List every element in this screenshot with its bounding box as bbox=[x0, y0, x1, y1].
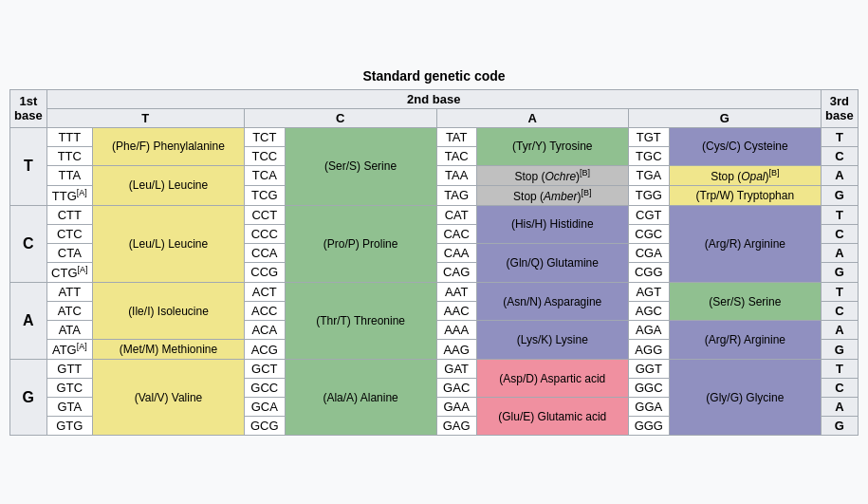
codon-tgg: TGG bbox=[628, 185, 669, 205]
codon-gaa: GAA bbox=[436, 398, 476, 417]
codon-ggc: GGC bbox=[628, 379, 669, 398]
amino-gln: (Gln/Q) Glutamine bbox=[476, 243, 628, 282]
amino-asn: (Asn/N) Asparagine bbox=[476, 283, 628, 321]
amino-leu-t: (Leu/L) Leucine bbox=[92, 165, 244, 205]
codon-tgc: TGC bbox=[628, 146, 669, 165]
amino-stop-amber: Stop (Amber)[B] bbox=[476, 185, 628, 205]
codon-ggg: GGG bbox=[628, 417, 669, 436]
codon-gga: GGA bbox=[628, 398, 669, 417]
third-base-C2: C bbox=[821, 224, 858, 243]
codon-ata: ATA bbox=[46, 321, 92, 340]
codon-cgg: CGG bbox=[628, 262, 669, 282]
first-base-A: A bbox=[10, 283, 47, 360]
codon-aag: AAG bbox=[436, 340, 476, 360]
third-base-C1: C bbox=[821, 146, 858, 165]
codon-gcc: GCC bbox=[244, 379, 285, 398]
amino-glu: (Glu/E) Glutamic acid bbox=[476, 398, 628, 436]
amino-ser-t: (Ser/S) Serine bbox=[285, 127, 436, 205]
amino-ser-a: (Ser/S) Serine bbox=[669, 283, 821, 321]
codon-ggt: GGT bbox=[628, 360, 669, 379]
table-row: T TTT (Phe/F) Phenylalanine TCT (Ser/S) … bbox=[10, 127, 859, 146]
codon-cac: CAC bbox=[436, 224, 476, 243]
amino-tyr: (Tyr/Y) Tyrosine bbox=[476, 127, 628, 165]
third-base-T1: T bbox=[821, 127, 858, 146]
amino-leu: (Leu/L) Leucine bbox=[92, 205, 244, 282]
codon-tac: TAC bbox=[436, 146, 476, 165]
third-base-header: 3rdbase bbox=[821, 89, 858, 127]
codon-ccg: CCG bbox=[244, 262, 285, 282]
amino-pro: (Pro/P) Proline bbox=[285, 205, 436, 282]
codon-ttg: TTG[A] bbox=[46, 185, 92, 205]
third-base-A1: A bbox=[821, 165, 858, 185]
amino-ala: (Ala/A) Alanine bbox=[285, 360, 436, 436]
codon-tca: TCA bbox=[244, 165, 285, 185]
codon-act: ACT bbox=[244, 283, 285, 302]
codon-ttc: TTC bbox=[46, 146, 92, 165]
second-base-g: G bbox=[628, 108, 821, 127]
amino-asp: (Asp/D) Aspartic acid bbox=[476, 360, 628, 398]
third-base-G3: G bbox=[821, 340, 858, 360]
amino-arg-a: (Arg/R) Arginine bbox=[669, 321, 821, 360]
codon-acc: ACC bbox=[244, 302, 285, 321]
third-base-A4: A bbox=[821, 398, 858, 417]
codon-gat: GAT bbox=[436, 360, 476, 379]
third-base-A3: A bbox=[821, 321, 858, 340]
amino-stop-opal: Stop (Opal)[B] bbox=[669, 165, 821, 185]
codon-cgc: CGC bbox=[628, 224, 669, 243]
codon-gac: GAC bbox=[436, 379, 476, 398]
second-base-t: T bbox=[46, 108, 244, 127]
amino-his: (His/H) Histidine bbox=[476, 205, 628, 243]
amino-trp: (Trp/W) Tryptophan bbox=[669, 185, 821, 205]
codon-gta: GTA bbox=[46, 398, 92, 417]
amino-gly: (Gly/G) Glycine bbox=[669, 360, 821, 436]
codon-atg: ATG[A] bbox=[46, 340, 92, 360]
codon-cgt: CGT bbox=[628, 205, 669, 224]
first-base-header: 1stbase bbox=[10, 89, 47, 127]
codon-cta: CTA bbox=[46, 243, 92, 262]
genetic-code-table: 1stbase 2nd base 3rdbase T C A G T TTT (… bbox=[9, 89, 859, 437]
amino-phe1: (Phe/F) Phenylalanine bbox=[92, 127, 244, 165]
third-base-T2: T bbox=[821, 205, 858, 224]
codon-taa: TAA bbox=[436, 165, 476, 185]
codon-tga: TGA bbox=[628, 165, 669, 185]
codon-cct: CCT bbox=[244, 205, 285, 224]
table-row: G GTT (Val/V) Valine GCT (Ala/A) Alanine… bbox=[10, 360, 859, 379]
codon-gtt: GTT bbox=[46, 360, 92, 379]
codon-ctt: CTT bbox=[46, 205, 92, 224]
codon-aga: AGA bbox=[628, 321, 669, 340]
second-base-c: C bbox=[244, 108, 436, 127]
codon-caa: CAA bbox=[436, 243, 476, 262]
third-base-G2: G bbox=[821, 262, 858, 282]
codon-tta: TTA bbox=[46, 165, 92, 185]
codon-aac: AAC bbox=[436, 302, 476, 321]
second-base-header: 2nd base bbox=[46, 89, 821, 108]
codon-agt: AGT bbox=[628, 283, 669, 302]
codon-gtc: GTC bbox=[46, 379, 92, 398]
amino-arg-c: (Arg/R) Arginine bbox=[669, 205, 821, 282]
first-base-G: G bbox=[10, 360, 47, 436]
codon-gct: GCT bbox=[244, 360, 285, 379]
table-row: A ATT (Ile/I) Isoleucine ACT (Thr/T) Thr… bbox=[10, 283, 859, 302]
third-base-C4: C bbox=[821, 379, 858, 398]
codon-tag: TAG bbox=[436, 185, 476, 205]
codon-atc: ATC bbox=[46, 302, 92, 321]
amino-val: (Val/V) Valine bbox=[92, 360, 244, 436]
third-base-T3: T bbox=[821, 283, 858, 302]
codon-ctg: CTG[A] bbox=[46, 262, 92, 282]
codon-ctc: CTC bbox=[46, 224, 92, 243]
codon-tcc: TCC bbox=[244, 146, 285, 165]
third-base-G1: G bbox=[821, 185, 858, 205]
codon-agg: AGG bbox=[628, 340, 669, 360]
codon-ccc: CCC bbox=[244, 224, 285, 243]
table-title: Standard genetic code bbox=[9, 68, 859, 84]
table-row: C CTT (Leu/L) Leucine CCT (Pro/P) Prolin… bbox=[10, 205, 859, 224]
amino-thr: (Thr/T) Threonine bbox=[285, 283, 436, 360]
first-base-T: T bbox=[10, 127, 47, 205]
codon-cca: CCA bbox=[244, 243, 285, 262]
codon-cag: CAG bbox=[436, 262, 476, 282]
codon-acg: ACG bbox=[244, 340, 285, 360]
codon-gca: GCA bbox=[244, 398, 285, 417]
amino-ile: (Ile/I) Isoleucine bbox=[92, 283, 244, 340]
amino-stop-ochre: Stop (Ochre)[B] bbox=[476, 165, 628, 185]
third-base-C3: C bbox=[821, 302, 858, 321]
